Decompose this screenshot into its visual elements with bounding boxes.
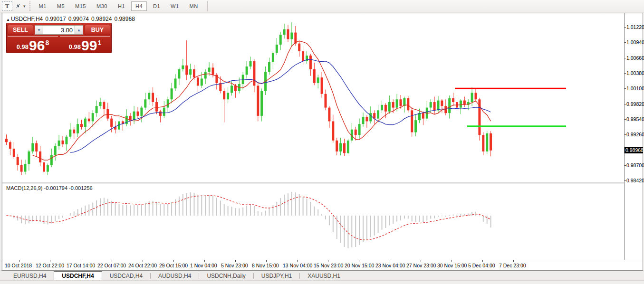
chart-tab-eurusd[interactable]: EURUSD,H4 bbox=[6, 271, 54, 280]
chart-tab-audusd[interactable]: AUDUSD,H4 bbox=[151, 271, 199, 280]
bull-candle bbox=[201, 78, 203, 85]
chart-tab-usdcnh[interactable]: USDCNH,Daily bbox=[199, 271, 253, 280]
bull-candle bbox=[418, 113, 421, 120]
sell-button[interactable]: SELL bbox=[8, 25, 33, 35]
bull-candle bbox=[69, 130, 71, 137]
time-axis-label: 15 Nov 23:00 bbox=[314, 263, 343, 268]
price-axis[interactable]: 0.98968 0.002492 0.00 -0.003913 1.012201… bbox=[624, 13, 643, 260]
time-axis-tick bbox=[482, 260, 483, 262]
time-axis-label: 22 Oct 07:00 bbox=[97, 263, 126, 268]
bull-candle bbox=[279, 35, 282, 45]
volume-increase-button[interactable]: ▲ bbox=[75, 25, 83, 35]
bear-candle bbox=[441, 101, 443, 106]
timeframe-button-w1[interactable]: W1 bbox=[166, 1, 183, 11]
bear-candle bbox=[325, 94, 327, 108]
status-bar bbox=[0, 280, 644, 284]
bear-candle bbox=[73, 130, 75, 133]
bull-candle bbox=[174, 78, 177, 88]
chart-tab-xauusd[interactable]: XAUUSD,H1 bbox=[300, 271, 348, 280]
bull-candle bbox=[460, 101, 462, 108]
sell-price[interactable]: 0.98 96 8 bbox=[8, 36, 58, 53]
bull-candle bbox=[99, 102, 102, 106]
timeframe-button-m30[interactable]: M30 bbox=[92, 1, 112, 11]
volume-input[interactable] bbox=[43, 25, 75, 35]
quote-open: 0.99017 bbox=[45, 16, 66, 22]
price-axis-label: 0.98420 bbox=[626, 178, 644, 183]
collapse-panel-icon[interactable]: ▲ bbox=[6, 18, 10, 22]
chart-tab-usdjpy[interactable]: USDJPY,H1 bbox=[254, 271, 299, 280]
bear-candle bbox=[62, 141, 64, 144]
bull-candle bbox=[290, 33, 293, 39]
chart-tab-usdcad[interactable]: USDCAD,H4 bbox=[102, 271, 150, 280]
timeframe-button-d1[interactable]: D1 bbox=[149, 1, 164, 11]
bull-candle bbox=[24, 164, 27, 171]
bull-candle bbox=[486, 133, 488, 151]
bear-candle bbox=[365, 117, 368, 121]
time-axis-tick bbox=[173, 260, 174, 262]
bull-candle bbox=[167, 99, 169, 107]
timeframe-button-h4[interactable]: H4 bbox=[131, 1, 147, 11]
bear-candle bbox=[193, 69, 195, 77]
bear-candle bbox=[43, 162, 45, 172]
time-axis-tick bbox=[359, 260, 359, 262]
bull-candle bbox=[171, 88, 173, 99]
bear-candle bbox=[185, 66, 188, 75]
volume-decrease-button[interactable]: ▼ bbox=[35, 25, 43, 35]
timeframe-button-m5[interactable]: M5 bbox=[53, 1, 69, 11]
bull-candle bbox=[381, 105, 383, 111]
bull-candle bbox=[204, 72, 207, 79]
bull-candle bbox=[58, 141, 60, 146]
price-axis-label: 1.00380 bbox=[626, 70, 644, 76]
bear-candle bbox=[5, 139, 8, 142]
bull-candle bbox=[377, 110, 379, 118]
arrows-icon bbox=[14, 3, 22, 9]
timeframe-button-m15[interactable]: M15 bbox=[71, 1, 90, 11]
timeframe-button-h1[interactable]: H1 bbox=[114, 1, 129, 11]
buy-price-big: 99 bbox=[81, 39, 97, 52]
bear-candle bbox=[490, 133, 492, 151]
macd-indicator-pane[interactable] bbox=[2, 184, 624, 260]
bear-candle bbox=[355, 130, 357, 135]
time-axis[interactable]: 10 Oct 201812 Oct 22:0017 Oct 14:0022 Oc… bbox=[2, 260, 643, 270]
price-axis-label: 0.98700 bbox=[626, 162, 644, 168]
bear-candle bbox=[384, 105, 387, 112]
bear-candle bbox=[422, 113, 424, 119]
timeframe-button-m1[interactable]: M1 bbox=[35, 1, 51, 11]
bear-candle bbox=[88, 119, 90, 122]
arrows-tool-button[interactable]: ▾ bbox=[14, 1, 26, 11]
bear-candle bbox=[13, 149, 15, 157]
bear-candle bbox=[475, 93, 477, 99]
bear-candle bbox=[80, 124, 83, 127]
toolbar-grip[interactable] bbox=[29, 1, 33, 11]
time-axis-label: 23 Nov 04:00 bbox=[375, 263, 405, 268]
buy-price[interactable]: 0.98 99 1 bbox=[60, 36, 110, 53]
time-axis-label: 1 Nov 04:00 bbox=[190, 263, 217, 268]
bull-candle bbox=[96, 106, 98, 113]
dropdown-caret-icon[interactable]: ▾ bbox=[23, 4, 26, 9]
time-axis-label: 24 Oct 22:00 bbox=[128, 263, 157, 268]
price-axis-label: 0.99820 bbox=[626, 101, 644, 107]
chart-tab-usdchf[interactable]: USDCHF,H4 bbox=[54, 271, 102, 280]
bull-candle bbox=[182, 66, 184, 69]
bull-candle bbox=[369, 113, 372, 121]
buy-button[interactable]: BUY bbox=[85, 25, 110, 35]
time-axis-tick bbox=[235, 260, 236, 262]
time-axis-tick bbox=[297, 260, 298, 262]
bear-candle bbox=[20, 165, 23, 172]
bull-candle bbox=[246, 66, 248, 75]
bear-candle bbox=[343, 143, 346, 153]
bear-candle bbox=[152, 93, 154, 102]
bear-candle bbox=[223, 91, 225, 99]
macd-label: MACD(12,26,9) -0.001794 -0.001256 bbox=[6, 185, 93, 191]
timeframe-button-mn[interactable]: MN bbox=[185, 1, 202, 11]
time-axis-label: 27 Nov 23:00 bbox=[406, 263, 436, 268]
bear-candle bbox=[129, 116, 132, 120]
bull-candle bbox=[77, 124, 79, 133]
bear-candle bbox=[287, 29, 289, 39]
bear-candle bbox=[253, 61, 255, 86]
text-tool-button[interactable]: T bbox=[2, 1, 12, 11]
time-axis-tick bbox=[19, 260, 19, 262]
bull-candle bbox=[144, 99, 146, 107]
time-axis-tick bbox=[50, 260, 50, 262]
bull-candle bbox=[276, 45, 278, 53]
